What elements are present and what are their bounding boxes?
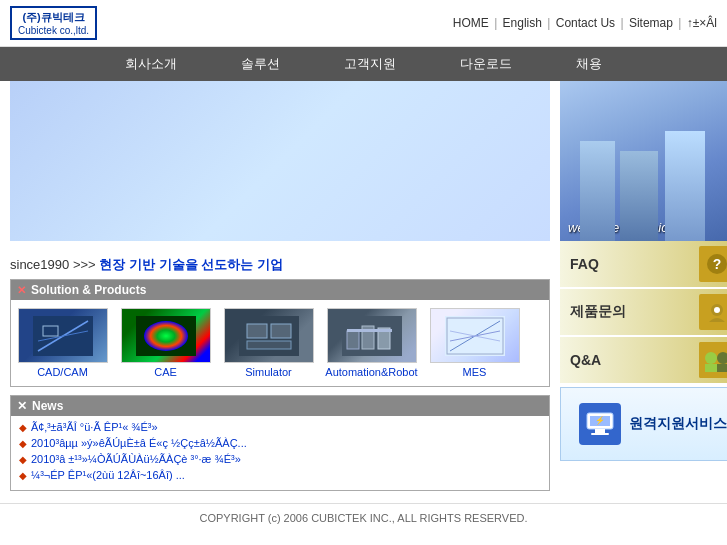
nav-item-careers[interactable]: 채용 [544,47,634,81]
news-bullet-icon: ◆ [19,470,27,481]
svg-rect-14 [347,329,392,332]
tagline: since1990 >>> 현장 기반 기술을 선도하는 기업 [10,251,550,279]
person2-decoration [620,151,658,241]
person3-decoration [665,131,705,241]
svg-rect-9 [247,341,291,349]
products-header: ✕ Solution & Products [11,280,549,300]
remote-icon: ⚡ [579,403,621,445]
product-automation: Automation&Robot [324,308,419,378]
logo-korean: (주)큐빅테크 [22,10,84,25]
qa-label: Q&A [570,352,601,368]
header: (주)큐빅테크 Cubictek co.,ltd. HOME | English… [0,0,727,47]
news-section: ✕ News ◆ Ã¢‚³±ã³ÃÎ °ü·Ã ÊP¹« ¾É³» ◆ 2010… [10,395,550,491]
faq-icon: ? [699,246,727,282]
nav-item-support[interactable]: 고객지원 [312,47,428,81]
hero-image: welcome to cubictek [560,81,727,241]
product-cadcam-thumb [18,308,108,363]
product-mes-thumb [430,308,520,363]
news-link[interactable]: 2010³âµµ »ý»êÃÚµÈ±â É«ç ½Çç±â½ÃÀÇ... [31,437,247,449]
product-cadcam: CAD/CAM [15,308,110,378]
svg-rect-28 [717,364,727,372]
svg-rect-32 [591,433,609,435]
tagline-highlight: 현장 기반 기술을 선도하는 기업 [99,257,282,272]
hero-overlay [10,81,550,241]
news-item: ◆ Ã¢‚³±ã³ÃÎ °ü·Ã ÊP¹« ¾É³» [19,421,541,433]
svg-rect-7 [247,324,267,338]
top-nav-links: HOME | English | Contact Us | Sitemap | … [453,16,717,30]
nav-item-company[interactable]: 회사소개 [93,47,209,81]
logo-box: (주)큐빅테크 Cubictek co.,ltd. [10,6,97,40]
nav-english[interactable]: English [503,16,542,30]
products-title: Solution & Products [31,283,146,297]
qa-button[interactable]: Q&A [560,337,727,383]
products-close-icon: ✕ [17,284,26,297]
news-header: ✕ News [11,396,549,416]
right-sidebar: welcome to cubictek FAQ ? 제품문의 Q&A [560,81,727,499]
content-wrapper: since1990 >>> 현장 기반 기술을 선도하는 기업 ✕ Soluti… [0,81,727,499]
nav-accessibility[interactable]: ↑±×Âl [687,16,717,30]
product-cadcam-label[interactable]: CAD/CAM [37,366,88,378]
news-list: ◆ Ã¢‚³±ã³ÃÎ °ü·Ã ÊP¹« ¾É³» ◆ 2010³âµµ »ý… [11,416,549,490]
remote-support-button[interactable]: ⚡ 원격지원서비스 [560,387,727,461]
main-nav-list: 회사소개 솔루션 고객지원 다운로드 채용 [93,47,634,81]
svg-text:?: ? [713,256,722,272]
svg-point-25 [705,352,717,364]
product-simulator-label[interactable]: Simulator [245,366,291,378]
news-close-icon: ✕ [17,399,27,413]
news-link[interactable]: ¼³¬ÉP ÊP¹«(2ùü 12Âî~16Âî) ... [31,469,185,481]
main-content: since1990 >>> 현장 기반 기술을 선도하는 기업 ✕ Soluti… [0,81,560,499]
svg-point-23 [714,307,720,313]
logo-english: Cubictek co.,ltd. [18,25,89,36]
product-mes-label[interactable]: MES [463,366,487,378]
nav-contact[interactable]: Contact Us [556,16,615,30]
tagline-prefix: since1990 >>> [10,257,99,272]
product-cae-thumb [121,308,211,363]
faq-icon-bg: ? [699,246,727,282]
remote-label: 원격지원서비스 [629,415,727,433]
inquiry-icon-bg [699,294,727,330]
news-title: News [32,399,63,413]
product-mes: MES [427,308,522,378]
news-item: ◆ 2010³âµµ »ý»êÃÚµÈ±â É«ç ½Çç±â½ÃÀÇ... [19,437,541,449]
svg-rect-11 [347,331,359,349]
product-simulator-thumb [224,308,314,363]
nav-home[interactable]: HOME [453,16,489,30]
svg-rect-31 [595,429,605,433]
main-navigation: 회사소개 솔루션 고객지원 다운로드 채용 [0,47,727,81]
product-cae-label[interactable]: CAE [154,366,177,378]
news-item: ◆ ¼³¬ÉP ÊP¹«(2ùü 12Âî~16Âî) ... [19,469,541,481]
svg-rect-27 [705,364,717,372]
nav-sitemap[interactable]: Sitemap [629,16,673,30]
inquiry-label: 제품문의 [570,303,626,321]
svg-text:⚡: ⚡ [595,415,605,425]
person1-decoration [580,141,615,241]
hero-area [10,81,550,241]
products-grid: CAD/CAM [11,300,549,386]
news-link[interactable]: 2010³â ±¹³»¼ÒÃÚÃÙÀü½ÃÀÇè ³°·æ ¾É³» [31,453,241,465]
news-link[interactable]: Ã¢‚³±ã³ÃÎ °ü·Ã ÊP¹« ¾É³» [31,421,158,433]
logo-area: (주)큐빅테크 Cubictek co.,ltd. [10,6,97,40]
news-bullet-icon: ◆ [19,438,27,449]
svg-point-5 [144,321,188,351]
hero-banner [10,81,550,241]
qa-icon [699,342,727,378]
product-automation-thumb [327,308,417,363]
nav-item-download[interactable]: 다운로드 [428,47,544,81]
footer-text: COPYRIGHT (c) 2006 CUBICTEK INC., ALL RI… [199,512,527,524]
qa-icon-bg [699,342,727,378]
nav-item-solutions[interactable]: 솔루션 [209,47,312,81]
product-automation-label[interactable]: Automation&Robot [325,366,417,378]
footer: COPYRIGHT (c) 2006 CUBICTEK INC., ALL RI… [0,503,727,532]
product-cae: CAE [118,308,213,378]
inquiry-button[interactable]: 제품문의 [560,289,727,335]
svg-rect-8 [271,324,291,338]
faq-button[interactable]: FAQ ? [560,241,727,287]
faq-label: FAQ [570,256,599,272]
products-section: ✕ Solution & Products CAD/CAM [10,279,550,387]
news-bullet-icon: ◆ [19,422,27,433]
product-simulator: Simulator [221,308,316,378]
inquiry-icon [699,294,727,330]
news-item: ◆ 2010³â ±¹³»¼ÒÃÚÃÙÀü½ÃÀÇè ³°·æ ¾É³» [19,453,541,465]
news-bullet-icon: ◆ [19,454,27,465]
